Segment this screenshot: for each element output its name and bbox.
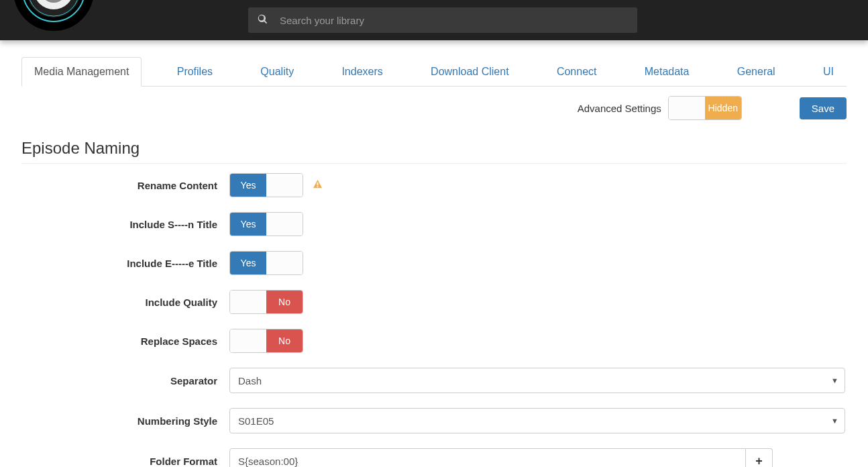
label-include-e-title: Include E-----e Title	[21, 258, 229, 269]
toggle-include-quality[interactable]: No	[229, 290, 303, 314]
search-bar[interactable]	[248, 7, 637, 33]
advanced-settings-label: Advanced Settings	[578, 103, 661, 114]
toggle-no	[266, 174, 303, 197]
select-separator[interactable]: Dash	[229, 368, 845, 393]
label-replace-spaces: Replace Spaces	[21, 335, 229, 347]
toggle-no: No	[266, 291, 303, 313]
tab-ui[interactable]: UI	[810, 57, 847, 87]
toggle-yes: Yes	[230, 174, 266, 197]
label-numbering-style: Numbering Style	[21, 415, 229, 427]
label-include-s-title: Include S----n Title	[21, 219, 229, 230]
tab-download-client[interactable]: Download Client	[418, 57, 522, 87]
toggle-include-s-title[interactable]: Yes	[229, 212, 303, 236]
tab-connect[interactable]: Connect	[544, 57, 610, 87]
settings-bar: Advanced Settings Hidden Save	[21, 96, 847, 120]
advanced-settings-toggle[interactable]: Hidden	[668, 96, 742, 120]
warning-icon	[313, 179, 323, 192]
episode-naming-form: Rename Content Yes Include S----n Title …	[21, 173, 847, 467]
label-include-quality: Include Quality	[21, 297, 229, 308]
advanced-settings-hidden: Hidden	[705, 97, 741, 119]
label-rename-content: Rename Content	[21, 180, 229, 191]
toggle-yes: Yes	[230, 213, 266, 236]
tab-general[interactable]: General	[724, 57, 788, 87]
top-bar	[0, 0, 868, 40]
toggle-include-e-title[interactable]: Yes	[229, 251, 303, 275]
tab-quality[interactable]: Quality	[248, 57, 307, 87]
tab-media-management[interactable]: Media Management	[21, 57, 142, 87]
row-rename-content: Rename Content Yes	[21, 173, 847, 197]
tab-indexers[interactable]: Indexers	[329, 57, 395, 87]
label-folder-format: Folder Format	[21, 456, 229, 467]
plus-icon: +	[755, 454, 763, 468]
row-separator: Separator Dash ▼	[21, 368, 847, 393]
row-include-quality: Include Quality No	[21, 290, 847, 314]
toggle-no	[266, 252, 303, 274]
row-replace-spaces: Replace Spaces No	[21, 329, 847, 353]
section-title: Episode Naming	[21, 139, 847, 164]
input-folder-format[interactable]	[229, 448, 746, 467]
tab-metadata[interactable]: Metadata	[632, 57, 702, 87]
settings-tabs: Media Management Profiles Quality Indexe…	[21, 56, 847, 87]
save-button[interactable]: Save	[800, 97, 847, 119]
add-token-button[interactable]: +	[746, 448, 773, 467]
toggle-yes	[230, 291, 266, 313]
toggle-rename-content[interactable]: Yes	[229, 173, 303, 197]
row-numbering-style: Numbering Style S01E05 ▼	[21, 408, 847, 433]
select-numbering-style[interactable]: S01E05	[229, 408, 845, 433]
toggle-replace-spaces[interactable]: No	[229, 329, 303, 353]
tab-profiles[interactable]: Profiles	[164, 57, 225, 87]
row-include-s-title: Include S----n Title Yes	[21, 212, 847, 236]
toggle-no	[266, 213, 303, 236]
toggle-yes: Yes	[230, 252, 266, 274]
search-icon	[258, 14, 268, 26]
toggle-no: No	[266, 329, 303, 352]
app-logo	[13, 0, 94, 31]
advanced-settings-shown	[669, 97, 705, 119]
toggle-yes	[230, 329, 266, 352]
row-folder-format: Folder Format +	[21, 448, 847, 467]
label-separator: Separator	[21, 375, 229, 386]
row-include-e-title: Include E-----e Title Yes	[21, 251, 847, 275]
search-input[interactable]	[280, 15, 628, 26]
